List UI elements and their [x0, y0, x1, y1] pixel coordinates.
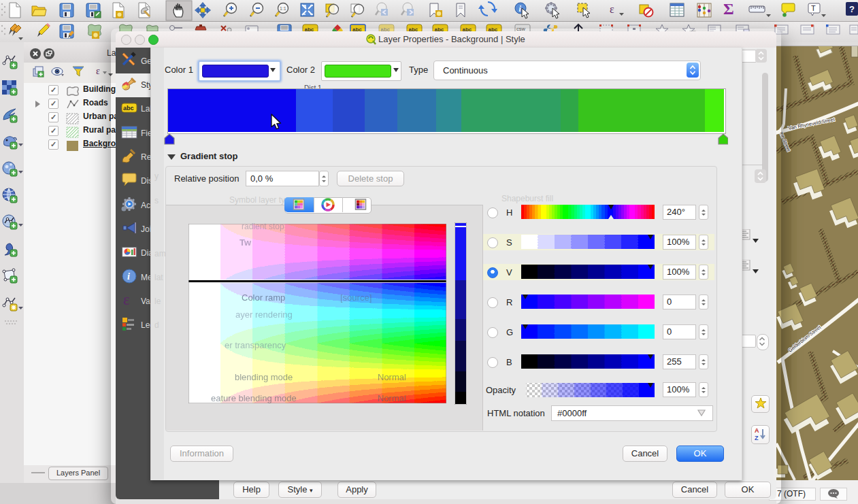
svg-text:Z: Z	[755, 435, 759, 441]
svg-text:i: i	[127, 271, 130, 282]
svg-text:ε: ε	[123, 291, 130, 308]
svg-text:abc: abc	[123, 105, 134, 112]
svg-text:A: A	[755, 427, 759, 434]
svg-text:ε: ε	[610, 3, 614, 15]
svg-text:1:1: 1:1	[280, 6, 286, 11]
svg-text:T: T	[811, 4, 816, 12]
svg-text:?: ?	[849, 4, 855, 14]
svg-text:Σ: Σ	[723, 0, 734, 18]
svg-text:ε: ε	[96, 66, 100, 76]
